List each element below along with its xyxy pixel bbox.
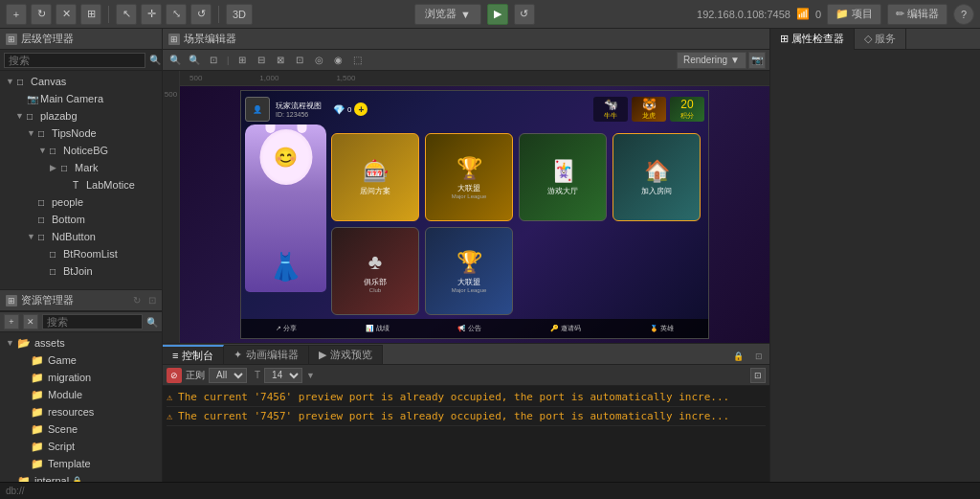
lab-icon: T — [73, 180, 86, 191]
tree-tipsnode[interactable]: ▼ □ TipsNode — [0, 125, 162, 142]
console-fontsize-select[interactable]: 14 — [264, 368, 302, 383]
console-toolbar: ⊘ 正则 All T 14 ▼ ⊡ — [163, 365, 769, 386]
project-btn[interactable]: 📁 项目 — [827, 4, 881, 25]
asset-search-input[interactable] — [42, 314, 143, 329]
browse-btn[interactable]: 浏览器 ▼ — [414, 4, 481, 25]
tree-labmotice[interactable]: T LabMotice — [0, 176, 162, 193]
scene-tool1[interactable]: ⊞ — [234, 52, 251, 69]
btj-icon: □ — [50, 266, 63, 277]
card-sub-major: Major League — [452, 193, 487, 199]
card-jujian-icon: 🎰 — [363, 159, 389, 184]
tab-service[interactable]: ◇ 服务 — [855, 29, 906, 50]
tab-inspector[interactable]: ⊞ 属性检查器 — [770, 29, 855, 50]
asset-add-btn[interactable]: + — [4, 314, 19, 329]
scene-editor-header: ⊞ 场景编辑器 — [163, 29, 769, 50]
card-jiaru[interactable]: 🏠 加入房间 — [612, 133, 701, 221]
inspector-icon: ⊞ — [780, 33, 789, 45]
character-area: 😊 👗 — [245, 125, 326, 297]
console-level-select[interactable]: All — [209, 368, 247, 383]
btr-label: BtRoomList — [63, 248, 118, 260]
asset-module[interactable]: 📁 Module — [0, 386, 162, 403]
tree-people[interactable]: □ people — [0, 193, 162, 211]
replay-btn[interactable]: ↺ — [514, 4, 535, 25]
tree-mark[interactable]: ▶ □ Mark — [0, 159, 162, 176]
asset-template[interactable]: 📁 Template — [0, 455, 162, 472]
card-dalianmeng-label: 大联盟 — [457, 183, 480, 193]
asset-scene[interactable]: 📁 Scene — [0, 420, 162, 438]
asset-max-icon[interactable]: ⊡ — [148, 295, 156, 306]
asset-script[interactable]: 📁 Script — [0, 438, 162, 455]
game-header: 👤 玩家流程视图 ID: 123456 💎 0 + 🐄 — [245, 95, 704, 124]
editor-btn[interactable]: ✏ 编辑器 — [887, 4, 947, 25]
scene-tool3[interactable]: ⊠ — [272, 52, 289, 69]
scene-tool6[interactable]: ◉ — [329, 52, 346, 69]
camera-btn[interactable]: 📷 — [748, 52, 766, 69]
hierarchy-search-input[interactable] — [4, 53, 145, 68]
add-diamond-btn[interactable]: + — [354, 102, 368, 116]
bottom-hero[interactable]: 🏅 英雄 — [650, 324, 674, 333]
card-club[interactable]: ♣ 俱乐部 Club — [331, 227, 419, 315]
zoom-out-btn[interactable]: 🔍 — [186, 52, 203, 69]
scene-tool7[interactable]: ⬚ — [348, 52, 366, 69]
card-jujian[interactable]: 🎰 居间方案 — [331, 133, 419, 221]
asset-game[interactable]: 📁 Game — [0, 352, 162, 369]
grid-btn[interactable]: ⊞ — [80, 4, 101, 25]
announce-label: 公告 — [468, 324, 481, 333]
zoom-fit-btn[interactable]: ⊡ — [205, 52, 222, 69]
asset-migration[interactable]: 📁 migration — [0, 369, 162, 386]
rendering-btn[interactable]: Rendering ▼ — [677, 52, 746, 69]
close-btn[interactable]: ✕ — [56, 4, 77, 25]
asset-delete-btn[interactable]: ✕ — [23, 314, 38, 329]
zoom-in-btn[interactable]: 🔍 — [167, 52, 184, 69]
bottom-record[interactable]: 📊 战绩 — [366, 324, 390, 333]
asset-assets[interactable]: ▼ 📂 assets — [0, 334, 162, 352]
tab-preview[interactable]: ▶ 游戏预览 — [309, 345, 383, 364]
diamond-area: 💎 0 + — [333, 102, 368, 116]
badge-niuniu: 🐄 牛牛 — [593, 97, 628, 122]
tree-plazabg[interactable]: ▼ □ plazabg — [0, 107, 162, 125]
asset-refresh-icon[interactable]: ↻ — [133, 295, 141, 306]
assets-folder-icon: 📂 — [17, 337, 31, 350]
scale-btn[interactable]: ⤡ — [166, 4, 187, 25]
scene-tool2[interactable]: ⊟ — [253, 52, 270, 69]
tree-ndbutton[interactable]: ▼ □ NdButton — [0, 228, 162, 245]
3d-btn[interactable]: 3D — [226, 4, 253, 25]
tab-console[interactable]: ≡ 控制台 — [163, 345, 224, 364]
asset-resources[interactable]: 📁 resources — [0, 403, 162, 420]
add-btn[interactable]: + — [6, 4, 27, 25]
card-major2[interactable]: 🏆 大联盟 Major League — [425, 227, 513, 315]
script-folder-icon: 📁 — [31, 441, 44, 453]
scene-tool5[interactable]: ◎ — [310, 52, 327, 69]
resources-label: resources — [48, 406, 94, 418]
bottom-invite[interactable]: 🔑 邀请码 — [550, 324, 581, 333]
tab-animation[interactable]: ✦ 动画编辑器 — [224, 345, 309, 364]
scene-tool4[interactable]: ⊡ — [291, 52, 308, 69]
tree-btroomlist[interactable]: □ BtRoomList — [0, 245, 162, 262]
hierarchy-header: ⊞ 层级管理器 — [0, 29, 162, 50]
tree-canvas[interactable]: ▼ □ Canvas — [0, 73, 162, 90]
tree-noticebg[interactable]: ▼ □ NoticeBG — [0, 142, 162, 159]
panel-lock-btn[interactable]: 🔒 — [730, 349, 746, 364]
card-dalianmeng[interactable]: 🏆 大联盟 Major League — [425, 133, 513, 221]
panel-max-btn[interactable]: ⊡ — [751, 349, 767, 364]
rotate-btn[interactable]: ↺ — [190, 4, 212, 25]
scene-canvas[interactable]: 使用鼠标右键平移视角焦点，使用滚轮旋转视图 500 500 1,000 1,50… — [163, 71, 769, 343]
tree-bottom[interactable]: □ Bottom — [0, 211, 162, 228]
card-youxi[interactable]: 🃏 游戏大厅 — [519, 133, 607, 221]
asset-internal[interactable]: 📁 internal 🔒 — [0, 472, 162, 482]
nd-arrow: ▼ — [27, 232, 38, 241]
tree-main-camera[interactable]: 📷 Main Camera — [0, 90, 162, 107]
move-btn[interactable]: ✛ — [141, 4, 162, 25]
tree-btjoin[interactable]: □ BtJoin — [0, 262, 162, 280]
btr-icon: □ — [50, 249, 63, 260]
console-collapse-btn[interactable]: ⊡ — [750, 368, 766, 383]
cursor-btn[interactable]: ↖ — [116, 4, 137, 25]
play-btn[interactable]: ▶ — [487, 4, 508, 25]
console-clear-btn[interactable]: ⊘ — [167, 368, 182, 383]
search-icon: 🔍 — [149, 55, 161, 65]
bottom-share[interactable]: ↗ 分享 — [276, 324, 297, 333]
help-btn[interactable]: ? — [953, 4, 974, 25]
ear-left — [265, 125, 275, 133]
bottom-announce[interactable]: 📢 公告 — [457, 324, 481, 333]
refresh-btn[interactable]: ↻ — [31, 4, 52, 25]
